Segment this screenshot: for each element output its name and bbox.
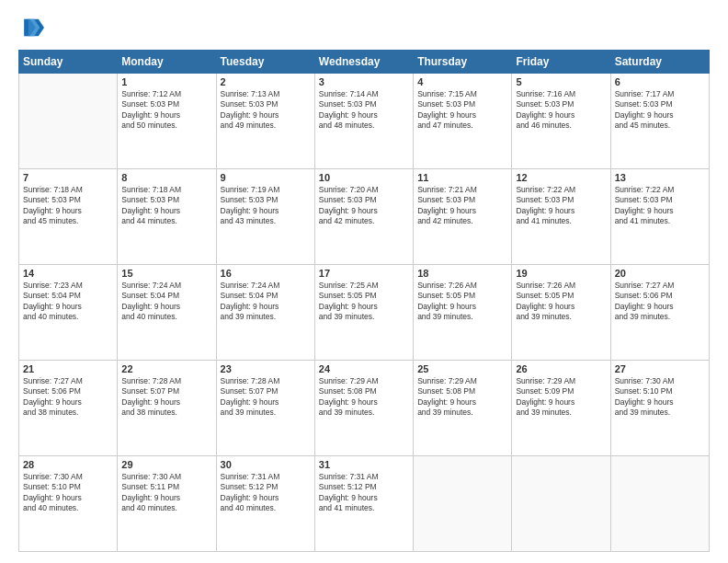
- table-row: 16Sunrise: 7:24 AM Sunset: 5:04 PM Dayli…: [216, 265, 314, 361]
- day-info: Sunrise: 7:29 AM Sunset: 5:08 PM Dayligh…: [417, 376, 507, 419]
- day-info: Sunrise: 7:26 AM Sunset: 5:05 PM Dayligh…: [417, 281, 507, 323]
- table-row: 9Sunrise: 7:19 AM Sunset: 5:03 PM Daylig…: [216, 169, 314, 265]
- table-row: 24Sunrise: 7:29 AM Sunset: 5:08 PM Dayli…: [314, 361, 413, 456]
- header: [18, 15, 710, 40]
- day-number: 19: [516, 268, 606, 279]
- day-number: 4: [417, 76, 507, 87]
- day-number: 17: [319, 268, 409, 279]
- day-info: Sunrise: 7:17 AM Sunset: 5:03 PM Dayligh…: [615, 89, 705, 132]
- table-row: 10Sunrise: 7:20 AM Sunset: 5:03 PM Dayli…: [314, 169, 413, 265]
- day-number: 6: [615, 76, 705, 87]
- table-row: 3Sunrise: 7:14 AM Sunset: 5:03 PM Daylig…: [314, 74, 413, 169]
- table-row: 5Sunrise: 7:16 AM Sunset: 5:03 PM Daylig…: [512, 74, 610, 169]
- table-row: [610, 456, 709, 552]
- table-row: 14Sunrise: 7:23 AM Sunset: 5:04 PM Dayli…: [19, 265, 118, 361]
- day-info: Sunrise: 7:15 AM Sunset: 5:03 PM Dayligh…: [417, 89, 507, 132]
- day-number: 28: [23, 459, 113, 470]
- table-row: 13Sunrise: 7:22 AM Sunset: 5:03 PM Dayli…: [610, 169, 709, 265]
- table-row: 29Sunrise: 7:30 AM Sunset: 5:11 PM Dayli…: [118, 456, 216, 552]
- logo-icon: [18, 15, 44, 40]
- day-number: 29: [121, 459, 211, 470]
- day-info: Sunrise: 7:28 AM Sunset: 5:07 PM Dayligh…: [121, 376, 211, 419]
- day-number: 13: [615, 172, 705, 183]
- table-row: 6Sunrise: 7:17 AM Sunset: 5:03 PM Daylig…: [610, 74, 709, 169]
- table-row: 11Sunrise: 7:21 AM Sunset: 5:03 PM Dayli…: [414, 169, 512, 265]
- day-info: Sunrise: 7:29 AM Sunset: 5:09 PM Dayligh…: [516, 376, 606, 419]
- table-row: 23Sunrise: 7:28 AM Sunset: 5:07 PM Dayli…: [216, 361, 314, 456]
- col-saturday: Saturday: [610, 51, 709, 74]
- day-info: Sunrise: 7:29 AM Sunset: 5:08 PM Dayligh…: [319, 376, 409, 419]
- table-row: 2Sunrise: 7:13 AM Sunset: 5:03 PM Daylig…: [216, 74, 314, 169]
- col-monday: Monday: [118, 51, 216, 74]
- day-info: Sunrise: 7:13 AM Sunset: 5:03 PM Dayligh…: [221, 89, 311, 132]
- day-number: 14: [23, 268, 113, 279]
- table-row: [19, 74, 118, 169]
- calendar-week-row: 21Sunrise: 7:27 AM Sunset: 5:06 PM Dayli…: [19, 361, 710, 456]
- day-info: Sunrise: 7:30 AM Sunset: 5:11 PM Dayligh…: [121, 472, 211, 514]
- day-number: 1: [121, 76, 211, 87]
- day-number: 24: [319, 363, 409, 374]
- day-number: 11: [417, 172, 507, 183]
- table-row: 18Sunrise: 7:26 AM Sunset: 5:05 PM Dayli…: [414, 265, 512, 361]
- day-number: 16: [221, 268, 311, 279]
- day-info: Sunrise: 7:31 AM Sunset: 5:12 PM Dayligh…: [319, 472, 409, 514]
- day-number: 12: [516, 172, 606, 183]
- calendar-week-row: 14Sunrise: 7:23 AM Sunset: 5:04 PM Dayli…: [19, 265, 710, 361]
- day-number: 30: [221, 459, 311, 470]
- table-row: 21Sunrise: 7:27 AM Sunset: 5:06 PM Dayli…: [19, 361, 118, 456]
- day-info: Sunrise: 7:24 AM Sunset: 5:04 PM Dayligh…: [121, 281, 211, 323]
- calendar-week-row: 28Sunrise: 7:30 AM Sunset: 5:10 PM Dayli…: [19, 456, 710, 552]
- day-info: Sunrise: 7:24 AM Sunset: 5:04 PM Dayligh…: [221, 281, 311, 323]
- day-number: 18: [417, 268, 507, 279]
- table-row: 27Sunrise: 7:30 AM Sunset: 5:10 PM Dayli…: [610, 361, 709, 456]
- day-info: Sunrise: 7:20 AM Sunset: 5:03 PM Dayligh…: [319, 185, 409, 227]
- table-row: 20Sunrise: 7:27 AM Sunset: 5:06 PM Dayli…: [610, 265, 709, 361]
- col-thursday: Thursday: [414, 51, 512, 74]
- table-row: 15Sunrise: 7:24 AM Sunset: 5:04 PM Dayli…: [118, 265, 216, 361]
- table-row: 8Sunrise: 7:18 AM Sunset: 5:03 PM Daylig…: [118, 169, 216, 265]
- col-friday: Friday: [512, 51, 610, 74]
- calendar-week-row: 1Sunrise: 7:12 AM Sunset: 5:03 PM Daylig…: [19, 74, 710, 169]
- day-number: 27: [615, 363, 705, 374]
- day-info: Sunrise: 7:31 AM Sunset: 5:12 PM Dayligh…: [221, 472, 311, 514]
- day-info: Sunrise: 7:30 AM Sunset: 5:10 PM Dayligh…: [23, 472, 113, 514]
- day-info: Sunrise: 7:25 AM Sunset: 5:05 PM Dayligh…: [319, 281, 409, 323]
- day-info: Sunrise: 7:30 AM Sunset: 5:10 PM Dayligh…: [615, 376, 705, 419]
- calendar-table: Sunday Monday Tuesday Wednesday Thursday…: [18, 50, 710, 552]
- day-number: 10: [319, 172, 409, 183]
- table-row: 22Sunrise: 7:28 AM Sunset: 5:07 PM Dayli…: [118, 361, 216, 456]
- col-sunday: Sunday: [19, 51, 118, 74]
- table-row: 31Sunrise: 7:31 AM Sunset: 5:12 PM Dayli…: [314, 456, 413, 552]
- calendar-header-row: Sunday Monday Tuesday Wednesday Thursday…: [19, 51, 710, 74]
- table-row: 12Sunrise: 7:22 AM Sunset: 5:03 PM Dayli…: [512, 169, 610, 265]
- day-number: 3: [319, 76, 409, 87]
- day-info: Sunrise: 7:14 AM Sunset: 5:03 PM Dayligh…: [319, 89, 409, 132]
- table-row: 17Sunrise: 7:25 AM Sunset: 5:05 PM Dayli…: [314, 265, 413, 361]
- logo: [18, 15, 48, 40]
- day-number: 9: [221, 172, 311, 183]
- day-info: Sunrise: 7:26 AM Sunset: 5:05 PM Dayligh…: [516, 281, 606, 323]
- day-number: 25: [417, 363, 507, 374]
- day-info: Sunrise: 7:19 AM Sunset: 5:03 PM Dayligh…: [221, 185, 311, 227]
- col-wednesday: Wednesday: [314, 51, 413, 74]
- day-number: 7: [23, 172, 113, 183]
- table-row: 4Sunrise: 7:15 AM Sunset: 5:03 PM Daylig…: [414, 74, 512, 169]
- day-number: 26: [516, 363, 606, 374]
- page: Sunday Monday Tuesday Wednesday Thursday…: [0, 0, 728, 563]
- day-info: Sunrise: 7:22 AM Sunset: 5:03 PM Dayligh…: [516, 185, 606, 227]
- table-row: 19Sunrise: 7:26 AM Sunset: 5:05 PM Dayli…: [512, 265, 610, 361]
- col-tuesday: Tuesday: [216, 51, 314, 74]
- day-info: Sunrise: 7:12 AM Sunset: 5:03 PM Dayligh…: [121, 89, 211, 132]
- day-info: Sunrise: 7:22 AM Sunset: 5:03 PM Dayligh…: [615, 185, 705, 227]
- day-number: 23: [221, 363, 311, 374]
- day-info: Sunrise: 7:23 AM Sunset: 5:04 PM Dayligh…: [23, 281, 113, 323]
- day-info: Sunrise: 7:27 AM Sunset: 5:06 PM Dayligh…: [615, 281, 705, 323]
- day-number: 22: [121, 363, 211, 374]
- table-row: [512, 456, 610, 552]
- day-number: 20: [615, 268, 705, 279]
- day-info: Sunrise: 7:27 AM Sunset: 5:06 PM Dayligh…: [23, 376, 113, 419]
- day-number: 8: [121, 172, 211, 183]
- day-number: 5: [516, 76, 606, 87]
- day-info: Sunrise: 7:28 AM Sunset: 5:07 PM Dayligh…: [221, 376, 311, 419]
- table-row: 28Sunrise: 7:30 AM Sunset: 5:10 PM Dayli…: [19, 456, 118, 552]
